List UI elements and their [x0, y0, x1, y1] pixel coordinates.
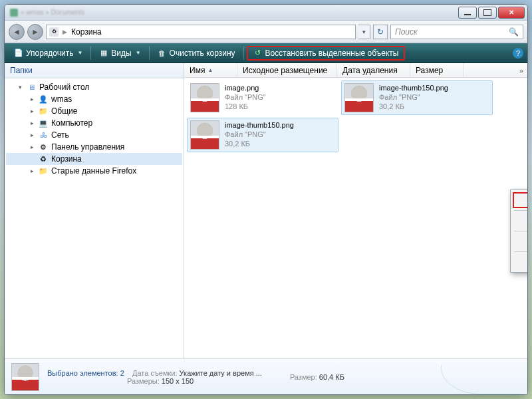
views-menu[interactable]: ▦ Виды▼ [94, 47, 146, 60]
search-icon[interactable]: 🔍 [509, 27, 519, 37]
folder-icon: 📁 [38, 106, 49, 116]
cmd-separator [243, 47, 244, 60]
ctx-delete[interactable]: Удалить [513, 233, 528, 249]
app-icon [10, 9, 18, 17]
file-name: image-thumb150.png [225, 121, 294, 130]
tree-item-user[interactable]: ▸ 👤 wmas [6, 93, 182, 105]
tree-item-label: Рабочий стол [39, 82, 89, 92]
tree-item-control-panel[interactable]: ▸ ⚙ Панель управления [6, 141, 182, 153]
maximize-button[interactable] [478, 7, 497, 19]
desktop-icon: 🖥 [26, 82, 37, 92]
breadcrumb-location[interactable]: Корзина [71, 27, 102, 37]
recycle-bin-icon: 🗑 [158, 49, 167, 58]
nav-pane: Папки ▾ 🖥 Рабочий стол ▸ 👤 wmas ▸ 📁 Общи… [5, 63, 184, 358]
nav-pane-header: Папки [5, 63, 184, 78]
control-panel-icon: ⚙ [38, 142, 49, 152]
details-pane: Выбрано элементов: 2 Дата съемки: Укажит… [5, 358, 527, 394]
address-bar[interactable]: ♻ ▶ Корзина [46, 25, 356, 39]
computer-icon: 💻 [38, 118, 49, 128]
chevron-down-icon: ▼ [136, 50, 141, 56]
column-original-location[interactable]: Исходное размещение [237, 63, 337, 77]
file-size: 30,2 КБ [379, 102, 448, 112]
search-placeholder: Поиск [395, 27, 418, 37]
expand-icon[interactable]: ▸ [29, 96, 35, 102]
tree-item-label: Компьютер [51, 118, 92, 128]
nav-bar: ◄ ► ♻ ▶ Корзина ▾ ↻ Поиск 🔍 [5, 21, 527, 43]
ctx-properties[interactable]: Свойства [513, 254, 528, 270]
expand-icon[interactable]: ▸ [29, 108, 35, 114]
column-size[interactable]: Размер [410, 63, 464, 77]
details-size: Размер: 60,4 КБ [290, 373, 344, 381]
expand-icon[interactable]: ▾ [17, 84, 23, 90]
refresh-button[interactable]: ↻ [373, 25, 388, 39]
ctx-separator [514, 251, 528, 252]
ctx-restore[interactable]: Восстановить [513, 192, 528, 208]
dimensions-value: 150 x 150 [162, 377, 194, 385]
ctx-separator [514, 210, 528, 211]
ctx-separator [514, 231, 528, 231]
file-tile[interactable]: image-thumb150.png Файл "PNG" 30,2 КБ [341, 80, 493, 115]
window-controls [457, 7, 525, 19]
file-grid[interactable]: image.png Файл "PNG" 128 КБ image-thumb1… [184, 78, 527, 358]
restore-selected-button[interactable]: ↺ Восстановить выделенные объекты [247, 46, 406, 61]
decorative-swoosh [441, 365, 521, 394]
search-input[interactable]: Поиск 🔍 [390, 25, 523, 39]
expand-icon[interactable]: ▸ [29, 144, 35, 150]
network-icon: 🖧 [38, 130, 49, 140]
user-icon: 👤 [38, 94, 49, 104]
folder-tree: ▾ 🖥 Рабочий стол ▸ 👤 wmas ▸ 📁 Общие ▸ 💻 [5, 78, 184, 180]
column-name[interactable]: Имя▲ [184, 63, 237, 77]
tree-item-label: Старые данные Firefox [51, 166, 136, 176]
recycle-bin-icon: ♻ [49, 27, 59, 37]
details-thumbnail [11, 363, 39, 391]
context-menu: Восстановить Вырезать Удалить Свойства [510, 190, 528, 273]
file-tile[interactable]: image.png Файл "PNG" 128 КБ [187, 80, 338, 115]
date-taken-value[interactable]: Укажите дату и время ... [180, 369, 262, 377]
chevron-down-icon: ▼ [77, 50, 82, 56]
tree-item-public[interactable]: ▸ 📁 Общие [6, 105, 182, 117]
file-view: Имя▲ Исходное размещение Дата удаления Р… [184, 63, 527, 358]
file-tile[interactable]: image-thumb150.png Файл "PNG" 30,2 КБ [187, 118, 338, 152]
size-value: 60,4 КБ [319, 373, 344, 381]
ctx-cut[interactable]: Вырезать [513, 213, 528, 229]
tree-item-recycle-bin[interactable]: ♻ Корзина [6, 153, 182, 165]
file-thumbnail [190, 83, 219, 112]
address-dropdown-button[interactable]: ▾ [358, 25, 370, 39]
expand-icon[interactable]: ▸ [29, 168, 35, 174]
column-date-deleted[interactable]: Дата удаления [337, 63, 410, 77]
breadcrumb-separator-icon: ▶ [63, 29, 67, 35]
file-thumbnail [344, 83, 374, 112]
size-label: Размер: [290, 373, 317, 381]
tree-item-network[interactable]: ▸ 🖧 Сеть [6, 129, 182, 141]
recycle-bin-icon: ♻ [38, 154, 49, 164]
dimensions-label: Размеры: [127, 377, 160, 385]
columns-overflow-button[interactable]: » [515, 66, 527, 74]
titlebar-caption: « wmas » Documents [7, 9, 457, 17]
file-type: Файл "PNG" [379, 93, 448, 102]
organize-icon: 📄 [14, 49, 23, 58]
tree-item-label: wmas [51, 94, 72, 104]
file-thumbnail [190, 120, 219, 150]
tree-item-folder[interactable]: ▸ 📁 Старые данные Firefox [6, 165, 182, 177]
tree-item-computer[interactable]: ▸ 💻 Компьютер [6, 117, 182, 129]
tree-item-label: Панель управления [51, 142, 124, 152]
tree-item-label: Общие [51, 106, 77, 116]
command-bar: 📄 Упорядочить▼ ▦ Виды▼ 🗑 Очистить корзин… [5, 43, 527, 63]
nav-back-button[interactable]: ◄ [9, 24, 25, 40]
organize-menu[interactable]: 📄 Упорядочить▼ [9, 47, 88, 60]
details-text: Выбрано элементов: 2 Дата съемки: Укажит… [47, 369, 262, 385]
empty-recycle-bin-button[interactable]: 🗑 Очистить корзину [152, 47, 241, 60]
file-size: 30,2 КБ [225, 140, 294, 149]
nav-forward-button[interactable]: ► [27, 24, 43, 40]
cmd-separator [90, 47, 91, 60]
file-type: Файл "PNG" [225, 93, 266, 102]
help-button[interactable]: ? [513, 48, 523, 59]
expand-icon[interactable]: ▸ [29, 132, 35, 138]
expand-icon[interactable]: ▸ [29, 120, 35, 126]
close-button[interactable] [498, 7, 525, 19]
tree-item-label: Корзина [51, 154, 82, 164]
minimize-button[interactable] [458, 7, 477, 19]
tree-item-desktop[interactable]: ▾ 🖥 Рабочий стол [6, 81, 182, 93]
folder-icon: 📁 [38, 166, 49, 176]
sort-asc-icon: ▲ [207, 67, 213, 73]
